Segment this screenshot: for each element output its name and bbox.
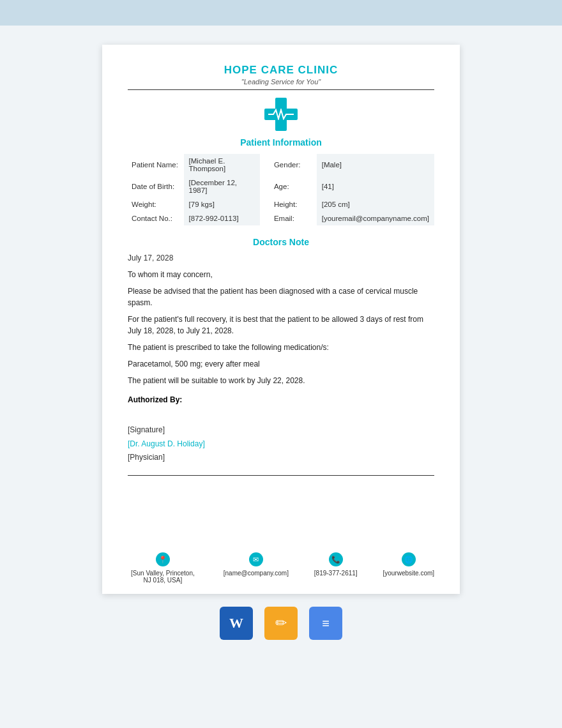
value-contact: [872-992-0113] <box>184 211 260 225</box>
value-height: [205 cm] <box>317 197 434 211</box>
footer-divider <box>128 475 434 476</box>
patient-info-table: Patient Name: [Michael E. Thompson] Gend… <box>128 154 434 225</box>
note-date: July 17, 2028 <box>128 254 434 262</box>
table-row: Patient Name: [Michael E. Thompson] Gend… <box>128 154 434 176</box>
label-age: Age: <box>270 176 317 197</box>
doctor-name: [Dr. August D. Holiday] <box>128 437 434 451</box>
clinic-header: HOPE CARE CLINIC "Leading Service for Yo… <box>128 64 434 90</box>
doctors-note-section: Doctors Note July 17, 2028 To whom it ma… <box>128 237 434 465</box>
authorized-by-label: Authorized By: <box>128 395 434 404</box>
label-patient-name: Patient Name: <box>128 154 184 176</box>
table-row: Weight: [79 kgs] Height: [205 cm] <box>128 197 434 211</box>
doc-content: HOPE CARE CLINIC "Leading Service for Yo… <box>102 45 460 545</box>
value-patient-name: [Michael E. Thompson] <box>184 154 260 176</box>
value-email: [youremail@companyname.com] <box>317 211 434 225</box>
label-email: Email: <box>270 211 317 225</box>
doc-footer: 📍 [Sun Valley, Princeton, NJ 018, USA] ✉… <box>102 545 460 594</box>
page-wrapper: HOPE CARE CLINIC "Leading Service for Yo… <box>0 26 562 728</box>
document: HOPE CARE CLINIC "Leading Service for Yo… <box>102 45 460 594</box>
value-weight: [79 kgs] <box>184 197 260 211</box>
value-dob: [December 12, 1987] <box>184 176 260 197</box>
clinic-tagline: "Leading Service for You" <box>128 78 434 86</box>
physician-label: [Physician] <box>128 451 434 465</box>
web-icon: 🌐 <box>402 552 416 566</box>
table-row: Date of Birth: [December 12, 1987] Age: … <box>128 176 434 197</box>
phone-icon: 📞 <box>329 552 343 566</box>
note-para-4: Paracetamol, 500 mg; every after meal <box>128 358 434 370</box>
clinic-name: HOPE CARE CLINIC <box>128 64 434 77</box>
word-icon[interactable]: W <box>220 607 253 640</box>
patient-info-title: Patient Information <box>128 137 434 148</box>
label-gender: Gender: <box>270 154 317 176</box>
note-para-2: For the patient's full recovery, it is b… <box>128 314 434 337</box>
heartbeat-icon <box>268 109 294 120</box>
app-bar: W ✏ ≡ <box>220 607 342 640</box>
header-divider <box>128 89 434 90</box>
pages-icon[interactable]: ✏ <box>264 607 298 640</box>
note-para-0: To whom it may concern, <box>128 269 434 280</box>
footer-email: ✉ [name@company.com] <box>224 552 289 577</box>
label-weight: Weight: <box>128 197 184 211</box>
email-icon: ✉ <box>249 552 263 566</box>
footer-address-text: [Sun Valley, Princeton, NJ 018, USA] <box>128 570 198 584</box>
value-age: [41] <box>317 176 434 197</box>
docs-icon[interactable]: ≡ <box>309 607 342 640</box>
value-gender: [Male] <box>317 154 434 176</box>
note-para-1: Please be advised that the patient has b… <box>128 285 434 308</box>
medical-cross-icon <box>264 98 298 131</box>
label-contact: Contact No.: <box>128 211 184 225</box>
footer-email-text: [name@company.com] <box>224 570 289 577</box>
note-para-5: The patient will be suitable to work by … <box>128 375 434 386</box>
footer-phone: 📞 [819-377-2611] <box>314 552 358 577</box>
note-para-3: The patient is prescribed to take the fo… <box>128 342 434 353</box>
label-height: Height: <box>270 197 317 211</box>
footer-phone-text: [819-377-2611] <box>314 570 358 577</box>
signature-text: [Signature] <box>128 423 434 437</box>
doctors-note-title: Doctors Note <box>128 237 434 247</box>
signature-block: [Signature] [Dr. August D. Holiday] [Phy… <box>128 423 434 465</box>
footer-address: 📍 [Sun Valley, Princeton, NJ 018, USA] <box>128 552 198 584</box>
table-row: Contact No.: [872-992-0113] Email: [your… <box>128 211 434 225</box>
logo-area <box>128 98 434 131</box>
location-icon: 📍 <box>156 552 170 566</box>
label-dob: Date of Birth: <box>128 176 184 197</box>
footer-website-text: [yourwebsite.com] <box>383 570 434 577</box>
footer-website: 🌐 [yourwebsite.com] <box>383 552 434 577</box>
